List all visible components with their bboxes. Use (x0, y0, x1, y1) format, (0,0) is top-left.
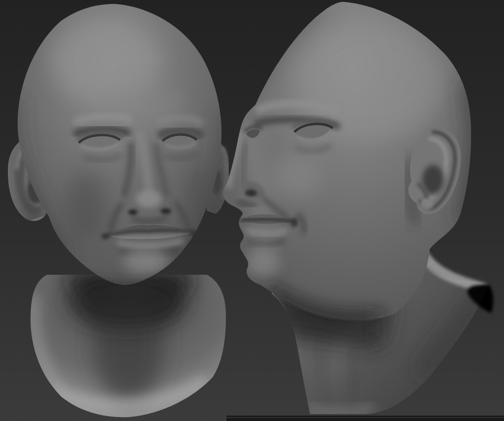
bottom-edge-bar (226, 416, 504, 421)
sculpt-render (0, 0, 504, 421)
sculpt-viewport[interactable] (0, 0, 504, 421)
